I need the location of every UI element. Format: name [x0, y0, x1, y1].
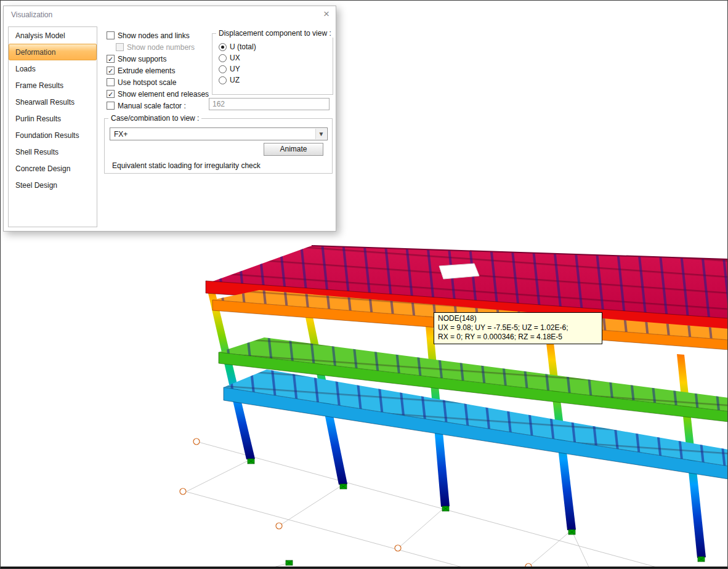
node-tooltip-rotations: RX = 0; RY = 0.000346; RZ = 4.18E-5 — [438, 333, 598, 342]
checkbox-manual-scale-factor[interactable]: Manual scale factor : — [107, 100, 214, 111]
support-marker — [286, 560, 293, 565]
node-tooltip-translations: UX = 9.08; UY = -7.5E-5; UZ = 1.02E-6; — [438, 323, 598, 333]
visualization-dialog: Visualization × Analysis ModelDeformatio… — [3, 6, 336, 232]
support-marker — [698, 557, 705, 562]
radio-label: UX — [230, 54, 240, 62]
checkbox-unchecked-icon[interactable] — [107, 102, 115, 110]
checkbox-unchecked-icon[interactable] — [107, 31, 115, 39]
checkbox-extrude-elements[interactable]: ✓Extrude elements — [107, 65, 214, 76]
radio-unselected-icon[interactable] — [219, 65, 227, 73]
case-description: Equivalent static loading for irregulari… — [112, 161, 261, 170]
grid-bubbles — [180, 438, 532, 569]
checkbox-label: Show nodes and links — [118, 31, 190, 40]
sidebar-item-loads[interactable]: Loads — [9, 60, 97, 77]
radio-unselected-icon[interactable] — [219, 54, 227, 62]
case-group-title: Case/combination to view : — [108, 114, 201, 123]
radio-label: UY — [230, 65, 240, 73]
radio-unselected-icon[interactable] — [219, 76, 227, 84]
checkbox-label: Show supports — [118, 55, 166, 63]
displacement-group: Displacement component to view : U (tota… — [212, 33, 333, 95]
checkbox-label: Extrude elements — [118, 67, 175, 75]
radio-selected-icon[interactable] — [219, 43, 227, 51]
sidebar-item-deformation[interactable]: Deformation — [9, 44, 97, 60]
checkbox-show-element-end-releases[interactable]: ✓Show element end releases — [107, 88, 214, 100]
checkbox-checked-icon[interactable]: ✓ — [107, 55, 115, 63]
app-window: { "icons": { "close": "×", "check": "✓",… — [0, 0, 728, 569]
checkbox-show-supports[interactable]: ✓Show supports — [107, 53, 214, 65]
checkbox-unchecked-icon[interactable] — [107, 78, 115, 86]
sidebar-item-purlin-results[interactable]: Purlin Results — [9, 110, 97, 127]
checkbox-label: Use hotspot scale — [118, 78, 176, 87]
sidebar-item-analysis-model[interactable]: Analysis Model — [9, 27, 97, 44]
node-tooltip-title: NODE(148) — [438, 314, 598, 323]
sidebar-item-concrete-design[interactable]: Concrete Design — [9, 160, 97, 177]
dialog-sidebar: Analysis ModelDeformationLoadsFrame Resu… — [8, 26, 97, 227]
checkbox-panel: Show nodes and linksShow node numbers✓Sh… — [107, 30, 214, 111]
displacement-group-title: Displacement component to view : — [216, 29, 334, 38]
manual-scale-input[interactable] — [209, 98, 330, 110]
dialog-title: Visualization — [11, 10, 52, 19]
sidebar-item-shell-results[interactable]: Shell Results — [9, 143, 97, 160]
radio-uz[interactable]: UZ — [219, 75, 333, 86]
supports-group — [248, 459, 705, 565]
displacement-options: U (total)UXUYUZ — [212, 34, 333, 86]
checkbox-checked-icon[interactable]: ✓ — [107, 67, 115, 75]
support-marker — [340, 484, 347, 489]
case-dropdown-value: FX+ — [114, 130, 127, 139]
radio-u-total[interactable]: U (total) — [219, 41, 333, 52]
roof-opening — [439, 264, 479, 279]
checkbox-label: Show node numbers — [127, 43, 195, 52]
node-tooltip: NODE(148) UX = 9.08; UY = -7.5E-5; UZ = … — [434, 312, 602, 344]
radio-label: U (total) — [230, 42, 256, 51]
chevron-down-icon[interactable]: ▼ — [315, 129, 326, 139]
close-icon[interactable]: × — [323, 9, 330, 19]
case-dropdown[interactable]: FX+ ▼ — [110, 127, 328, 140]
support-marker — [442, 506, 449, 511]
checkbox-checked-icon[interactable]: ✓ — [107, 90, 115, 98]
radio-ux[interactable]: UX — [219, 52, 333, 63]
checkbox-show-node-numbers[interactable]: Show node numbers — [116, 41, 214, 53]
radio-label: UZ — [230, 76, 240, 84]
sidebar-item-steel-design[interactable]: Steel Design — [9, 177, 97, 193]
support-marker — [568, 530, 575, 535]
sidebar-item-shearwall-results[interactable]: Shearwall Results — [9, 94, 97, 110]
checkbox-use-hotspot-scale[interactable]: Use hotspot scale — [107, 76, 214, 88]
animate-button[interactable]: Animate — [264, 143, 323, 156]
radio-uy[interactable]: UY — [219, 63, 333, 75]
sidebar-item-foundation-results[interactable]: Foundation Results — [9, 127, 97, 143]
window-bottom-edge — [1, 567, 727, 568]
checkbox-unchecked-icon[interactable] — [116, 43, 124, 51]
checkbox-label: Manual scale factor : — [118, 102, 186, 110]
checkbox-label: Show element end releases — [118, 90, 209, 99]
checkbox-show-nodes-and-links[interactable]: Show nodes and links — [107, 30, 214, 41]
support-marker — [248, 459, 254, 464]
sidebar-item-frame-results[interactable]: Frame Results — [9, 77, 97, 94]
case-group: Case/combination to view : FX+ ▼ Animate… — [104, 118, 333, 174]
